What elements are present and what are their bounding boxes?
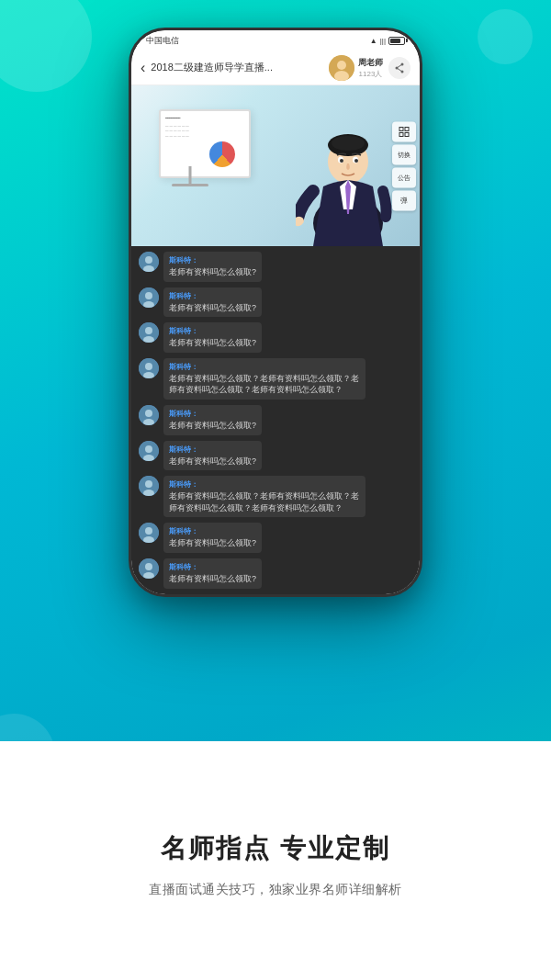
chat-avatar — [139, 322, 159, 343]
chat-bubble: 斯科特： 老师有资料吗怎么领取? — [163, 322, 262, 353]
chat-message: 斯科特： 老师有资料吗怎么领取? — [139, 523, 412, 553]
svg-point-16 — [354, 159, 358, 163]
chat-sender: 斯科特： — [169, 255, 256, 265]
chat-text: 老师有资料吗怎么领取? — [169, 302, 256, 314]
teacher-name: 周老师 — [358, 57, 383, 69]
whiteboard-stand — [189, 166, 192, 185]
nav-title: 2018二级建造师导学直播... — [151, 61, 323, 74]
chat-text: 老师有资料吗怎么领取? — [169, 420, 256, 432]
viewer-count: 1123人 — [358, 69, 383, 79]
svg-point-1 — [337, 61, 346, 70]
svg-point-12 — [332, 136, 365, 151]
chat-sender: 斯科特： — [169, 479, 360, 490]
chat-text: 老师有资料吗怎么领取? — [169, 456, 256, 467]
chat-avatar — [139, 405, 159, 425]
chat-message: 斯科特： 老师有资料吗怎么领取? — [139, 322, 412, 353]
chat-sender: 斯科特： — [169, 362, 360, 372]
video-area: ━━━━━━━━ — — — — — — — — — — — — — — — —… — [131, 85, 420, 246]
chat-text: 老师有资料吗怎么领取？老师有资料吗怎么领取？老师有资料吗怎么领取？老师有资料吗怎… — [169, 373, 360, 396]
carrier-text: 中国电信 — [146, 35, 179, 47]
chat-message: 斯科特： 老师有资料吗怎么领取? — [139, 441, 412, 471]
back-button[interactable]: ‹ — [141, 60, 145, 76]
whiteboard: ━━━━━━━━ — — — — — — — — — — — — — — — —… — [159, 109, 251, 178]
chat-bubble: 斯科特： 老师有资料吗怎么领取? — [163, 441, 262, 471]
teacher-avatar — [329, 55, 354, 81]
nav-bar[interactable]: ‹ 2018二级建造师导学直播... 周老师 1123人 — [131, 51, 420, 85]
chart — [209, 141, 242, 169]
status-icons: ▲ ||| — [370, 37, 405, 45]
chat-sender: 斯科特： — [169, 526, 256, 536]
bottom-subtitle: 直播面试通关技巧，独家业界名师详细解析 — [149, 879, 402, 899]
chat-bubble: 斯科特： 老师有资料吗怎么领取? — [163, 405, 262, 435]
svg-point-44 — [145, 527, 152, 535]
chat-sender: 斯科特： — [169, 445, 256, 455]
whiteboard-content: ━━━━━━━━ — — — — — — — — — — — — — — — —… — [161, 111, 249, 144]
chat-sender: 斯科特： — [169, 562, 256, 572]
chat-avatar — [139, 558, 159, 579]
chat-message: 斯科特： 老师有资料吗怎么领取? — [139, 287, 412, 318]
side-buttons[interactable]: 切换 公告 弹 — [392, 121, 416, 210]
whiteboard-container: ━━━━━━━━ — — — — — — — — — — — — — — — —… — [144, 96, 236, 168]
chat-sender: 斯科特： — [169, 409, 256, 419]
teacher-details: 周老师 1123人 — [358, 57, 383, 79]
chat-bubble: 斯科特： 老师有资料吗怎么领取? — [163, 558, 262, 589]
bottom-title: 名师指点 专业定制 — [161, 831, 390, 866]
chat-text: 老师有资料吗怎么领取？老师有资料吗怎么领取？老师有资料吗怎么领取？老师有资料吗怎… — [169, 490, 360, 513]
svg-line-6 — [397, 64, 402, 68]
chat-avatar — [139, 358, 159, 378]
share-button[interactable] — [388, 57, 410, 79]
notice-button[interactable]: 公告 — [392, 167, 416, 187]
chat-bubble: 斯科特： 老师有资料吗怎么领取？老师有资料吗怎么领取？老师有资料吗怎么领取？老师… — [163, 358, 365, 400]
notice-label: 公告 — [398, 173, 410, 182]
chat-bubble: 斯科特： 老师有资料吗怎么领取? — [163, 523, 262, 553]
svg-point-38 — [145, 445, 152, 453]
battery-fill — [390, 39, 400, 43]
svg-point-26 — [145, 292, 152, 299]
chat-avatar — [139, 441, 159, 461]
fullscreen-button[interactable] — [392, 121, 416, 141]
switch-label: 切换 — [398, 150, 410, 159]
teacher-info-block: 周老师 1123人 — [329, 55, 383, 81]
svg-point-23 — [145, 256, 152, 264]
chat-message: 斯科特： 老师有资料吗怎么领取? — [139, 405, 412, 435]
chat-bubble: 斯科特： 老师有资料吗怎么领取？老师有资料吗怎么领取？老师有资料吗怎么领取？老师… — [163, 476, 365, 517]
svg-rect-21 — [405, 132, 409, 136]
svg-point-47 — [145, 563, 152, 570]
signal-icon: ||| — [380, 37, 386, 45]
phone-screen: 中国电信 ▲ ||| ‹ 2018二级建造师导学直播... — [131, 30, 420, 594]
svg-rect-19 — [405, 127, 409, 130]
status-bar: 中国电信 ▲ ||| — [131, 30, 420, 51]
phone-frame: 中国电信 ▲ ||| ‹ 2018二级建造师导学直播... — [129, 28, 422, 597]
svg-rect-20 — [399, 132, 403, 136]
svg-point-29 — [145, 327, 152, 334]
chat-sender: 斯科特： — [169, 291, 256, 301]
pie-chart — [209, 141, 235, 167]
teacher-figure — [296, 99, 401, 246]
chat-avatar — [139, 476, 159, 496]
svg-point-35 — [145, 410, 152, 417]
chat-bubble: 斯科特： 老师有资料吗怎么领取? — [163, 252, 262, 282]
bullet-button[interactable]: 弹 — [392, 190, 416, 210]
chat-area: 斯科特： 老师有资料吗怎么领取? 斯科特： 老师有资料吗怎么领取? 斯科特： 老… — [131, 246, 420, 594]
battery-icon — [388, 37, 405, 45]
chat-avatar — [139, 523, 159, 543]
svg-point-41 — [145, 480, 152, 488]
chat-avatar — [139, 287, 159, 308]
chat-sender: 斯科特： — [169, 326, 256, 336]
bottom-section: 名师指点 专业定制 直播面试通关技巧，独家业界名师详细解析 — [0, 741, 551, 980]
svg-line-7 — [397, 68, 402, 72]
svg-point-15 — [340, 159, 343, 163]
chat-avatar — [139, 252, 159, 272]
chat-text: 老师有资料吗怎么领取? — [169, 573, 256, 585]
svg-point-32 — [145, 363, 152, 370]
chat-message: 斯科特： 老师有资料吗怎么领取？老师有资料吗怎么领取？老师有资料吗怎么领取？老师… — [139, 476, 412, 517]
phone-wrapper: 中国电信 ▲ ||| ‹ 2018二级建造师导学直播... — [129, 28, 422, 597]
chat-text: 老师有资料吗怎么领取? — [169, 266, 256, 278]
chat-bubble: 斯科特： 老师有资料吗怎么领取? — [163, 287, 262, 318]
chat-message: 斯科特： 老师有资料吗怎么领取? — [139, 252, 412, 282]
wifi-icon: ▲ — [370, 37, 377, 45]
switch-button[interactable]: 切换 — [392, 144, 416, 164]
chat-text: 老师有资料吗怎么领取? — [169, 337, 256, 349]
chat-message: 斯科特： 老师有资料吗怎么领取？老师有资料吗怎么领取？老师有资料吗怎么领取？老师… — [139, 358, 412, 400]
svg-rect-18 — [399, 127, 403, 130]
